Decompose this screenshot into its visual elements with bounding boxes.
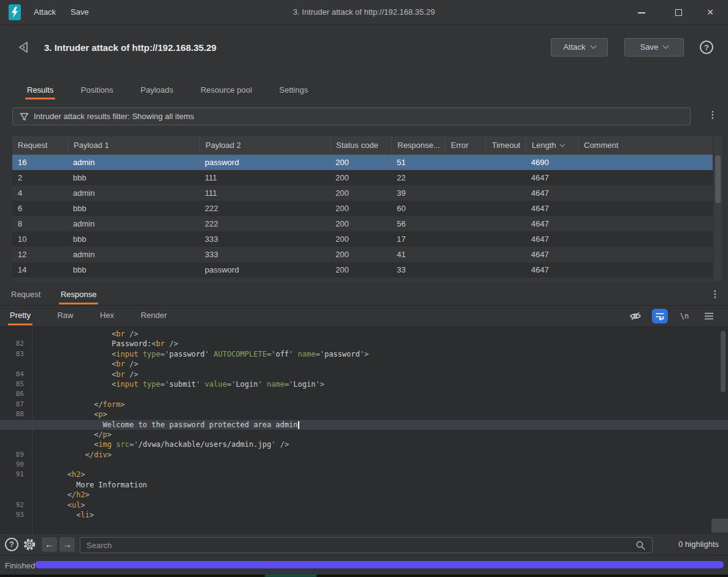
column-error[interactable]: Error [445,136,486,155]
editor-scrollbar[interactable] [721,330,727,531]
table-row[interactable]: 6bbb222200604647 [12,201,713,216]
tab-settings[interactable]: Settings [279,80,308,99]
response-editor[interactable]: <br />82 Password:<br />83 <input type='… [0,327,728,533]
cell-status: 200 [330,247,391,262]
cell-timeout [486,201,526,216]
tab-payloads[interactable]: Payloads [140,80,173,99]
code-text: <img src='/dvwa/hackable/users/admin.jpg… [32,440,289,449]
column-label: Payload 2 [205,141,241,150]
cell-timeout [486,155,526,170]
column-label: Timeout [492,141,520,150]
tab-request[interactable]: Request [11,285,40,304]
show-newlines-icon[interactable]: \n [676,309,692,323]
mode-render[interactable]: Render [140,306,167,325]
column-timeout[interactable]: Timeout [486,136,526,155]
cell-request: 1 [12,277,67,281]
maximize-button[interactable] [664,0,692,25]
cell-payload1: bbb [67,201,199,216]
line-number: 87 [0,400,32,409]
dock-back-icon[interactable] [16,40,31,55]
search-input[interactable] [80,537,653,553]
gear-icon[interactable] [22,537,37,552]
previous-match-button[interactable]: ← [42,537,57,552]
cell-timeout [486,277,526,281]
mode-hex[interactable]: Hex [100,306,114,325]
tab-positions[interactable]: Positions [81,80,113,99]
mode-pretty[interactable]: Pretty [10,306,31,325]
cell-error [445,262,486,277]
code-line: 88 <p> [0,409,728,419]
code-line: 84 <br /> [0,370,728,379]
cell-comment [578,201,713,216]
word-wrap-toggle-icon[interactable] [652,309,668,323]
search-help-icon[interactable]: ? [5,538,18,551]
table-row[interactable]: 12admin333200414647 [12,247,713,262]
editor-tools: \n [627,309,717,323]
code-line: More Information [0,480,728,490]
help-icon[interactable]: ? [700,41,713,54]
table-row[interactable]: 1aaa111200214646 [12,277,713,281]
table-row[interactable]: 14bbbpassword200334647 [12,262,713,277]
cell-length: 4647 [526,231,578,247]
hide-eye-icon[interactable] [627,309,643,323]
results-filter-bar[interactable]: Intruder attack results filter: Showing … [12,107,691,125]
table-row[interactable]: 16adminpassword200514690 [12,155,713,170]
code-line: Welcome to the password protected area a… [0,420,728,430]
tab-results[interactable]: Results [27,80,53,99]
column-comment[interactable]: Comment [578,136,713,155]
filter-menu-icon[interactable]: ⋮ [707,109,719,120]
cell-error [445,155,486,170]
column-label: Response... [397,141,440,150]
scrollbar-thumb[interactable] [721,331,726,392]
line-number [0,420,32,430]
table-scrollbar[interactable] [714,136,722,281]
status-row: Finished [0,556,728,575]
code-text: <input type='submit' value='Login' name=… [32,379,324,389]
results-table[interactable]: Request Payload 1 Payload 2 Status code … [12,136,713,281]
code-text: <input type='password' AUTOCOMPLETE='off… [32,349,369,359]
attack-dropdown-button[interactable]: Attack [551,38,608,56]
cell-timeout [486,247,526,262]
cell-status: 200 [330,262,391,277]
column-label: Length [532,141,556,150]
cell-status: 200 [330,216,391,231]
highlights-count: 0 highlights [678,533,719,556]
table-row[interactable]: 2bbb111200224647 [12,170,713,185]
column-length[interactable]: Length [526,136,578,155]
column-payload-1[interactable]: Payload 1 [67,136,199,155]
close-button[interactable]: ✕ [696,0,724,25]
tab-resource-pool[interactable]: Resource pool [201,80,252,99]
line-number: 84 [0,370,32,379]
save-dropdown-button[interactable]: Save [624,38,684,56]
main-tab-bar: Results Positions Payloads Resource pool… [0,80,728,101]
progress-bar [35,561,724,568]
menu-save[interactable]: Save [66,0,94,25]
cell-error [445,216,486,231]
tab-response[interactable]: Response [61,285,97,304]
cell-error [445,201,486,216]
column-request[interactable]: Request [12,136,67,155]
column-response[interactable]: Response... [391,136,445,155]
scrollbar-thumb[interactable] [715,155,721,203]
menu-attack[interactable]: Attack [29,0,61,25]
line-number: 93 [0,510,32,520]
minimize-button[interactable] [627,0,656,25]
cell-length: 4647 [526,201,578,216]
table-row[interactable]: 8admin222200564647 [12,216,713,231]
viewer-menu-icon[interactable]: ⋮ [709,288,721,300]
next-match-button[interactable]: → [59,537,75,552]
chevron-down-icon [590,43,596,49]
code-text: </form> [32,400,125,409]
column-payload-2[interactable]: Payload 2 [199,136,330,155]
editor-menu-icon[interactable] [701,309,717,323]
line-number: 88 [0,409,32,419]
table-row[interactable]: 4admin111200394647 [12,185,713,201]
column-status-code[interactable]: Status code [330,136,391,155]
code-text: <br /> [32,329,138,339]
code-text: More Information [32,480,147,490]
cell-response: 41 [391,247,445,262]
code-line: 86 [0,389,728,399]
mode-raw[interactable]: Raw [57,306,73,325]
table-row[interactable]: 10bbb333200174647 [12,231,713,247]
status-label: Finished [5,561,35,570]
